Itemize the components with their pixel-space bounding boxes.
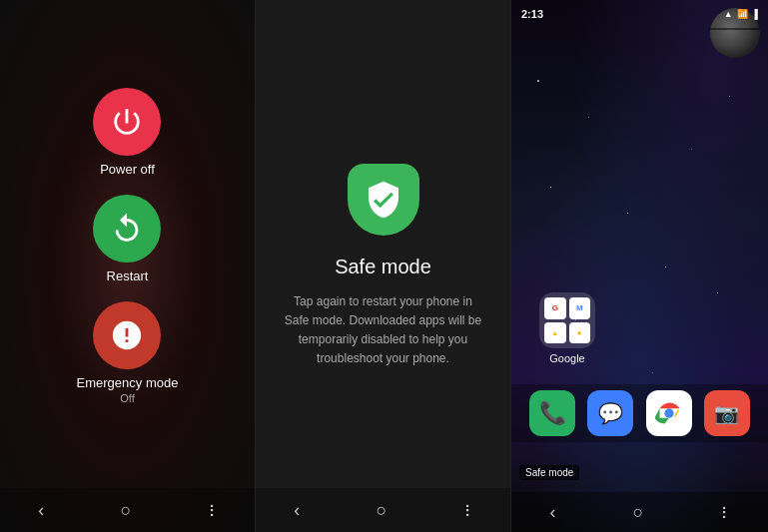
nav-bar-1: ‹ ○ ⫶ — [0, 488, 255, 532]
safemode-title: Safe mode — [335, 256, 431, 278]
power-buttons-list: Power off Restart Emergency mode Off — [77, 88, 179, 404]
camera-dock-icon[interactable]: 📷 — [704, 390, 750, 436]
restart-label: Restart — [107, 268, 149, 283]
shield-icon — [364, 180, 403, 220]
restart-item: Restart — [93, 195, 161, 283]
back-button-1[interactable]: ‹ — [30, 492, 52, 529]
nav-bar-2: ‹ ○ ⫶ — [256, 488, 510, 532]
chrome-mini-icon: ● — [569, 322, 591, 344]
emergency-label: Emergency mode — [77, 375, 179, 390]
status-time: 2:13 — [521, 8, 543, 20]
phone-dock-icon[interactable]: 📞 — [529, 390, 575, 436]
emergency-item: Emergency mode Off — [77, 301, 179, 404]
recents-button-2[interactable]: ⫶ — [455, 492, 480, 529]
back-button-2[interactable]: ‹ — [286, 492, 308, 529]
wifi-icon: 📶 — [737, 9, 748, 19]
emergency-button[interactable] — [93, 301, 161, 369]
safemode-content: Safe mode Tap again to restart your phon… — [256, 164, 510, 369]
google-folder-area: G M ▲ ● Google — [511, 292, 768, 364]
google-folder-label: Google — [539, 352, 595, 364]
maps-mini-icon: M — [569, 297, 591, 319]
panel-home-screen: 2:13 ▲ 📶 ▐ G M ▲ ● Google 📞 💬 — [511, 0, 768, 532]
drive-mini-icon: ▲ — [544, 322, 566, 344]
home-dock: 📞 💬 📷 — [511, 384, 768, 442]
back-button-3[interactable]: ‹ — [542, 494, 564, 531]
home-button-1[interactable]: ○ — [113, 492, 140, 529]
messages-dock-icon[interactable]: 💬 — [587, 390, 633, 436]
status-bar: 2:13 ▲ 📶 ▐ — [511, 0, 768, 24]
power-off-item: Power off — [93, 88, 161, 177]
power-icon — [110, 105, 144, 139]
gmail-mini-icon: G — [544, 297, 566, 319]
home-button-2[interactable]: ○ — [369, 492, 395, 529]
recents-button-3[interactable]: ⫶ — [712, 494, 737, 531]
restart-button[interactable] — [93, 195, 161, 263]
panel-power-menu: Power off Restart Emergency mode Off ‹ ○ — [0, 0, 256, 532]
power-off-button[interactable] — [93, 88, 161, 156]
panel-safe-mode: Safe mode Tap again to restart your phon… — [256, 0, 511, 532]
status-icons: ▲ 📶 ▐ — [724, 9, 758, 19]
safemode-description: Tap again to restart your phone in Safe … — [284, 292, 482, 369]
emergency-sublabel: Off — [120, 392, 134, 404]
chrome-dock-icon[interactable] — [646, 390, 692, 436]
home-content-area: G M ▲ ● Google 📞 💬 — [511, 24, 768, 492]
alert-icon: ▲ — [724, 9, 733, 19]
svg-point-0 — [664, 408, 673, 417]
google-folder-icon[interactable]: G M ▲ ● — [539, 292, 595, 348]
restart-icon — [110, 212, 144, 246]
chrome-icon — [655, 399, 683, 427]
safemode-overlay-label: Safe mode — [519, 465, 579, 480]
signal-bars-icon: ▐ — [752, 9, 758, 19]
nav-bar-3: ‹ ○ ⫶ — [511, 492, 768, 532]
emergency-icon — [110, 318, 144, 352]
recents-button-1[interactable]: ⫶ — [200, 492, 225, 529]
home-button-3[interactable]: ○ — [625, 494, 652, 531]
power-off-label: Power off — [100, 162, 155, 177]
safe-mode-button[interactable] — [348, 164, 419, 236]
